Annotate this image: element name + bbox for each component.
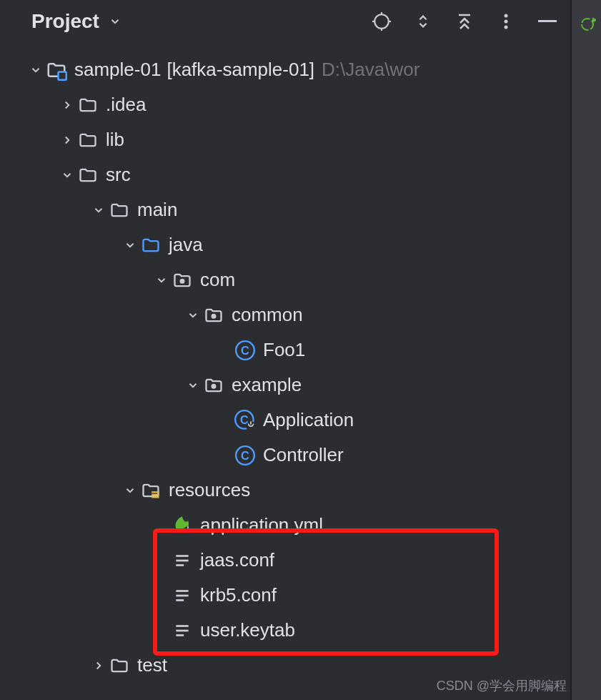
package-icon (203, 375, 224, 396)
tree-node-idea[interactable]: .idea (0, 87, 570, 122)
folder-icon (77, 129, 99, 151)
chevron-right-icon[interactable] (57, 99, 77, 112)
tree-node-application[interactable]: · C Application (0, 403, 570, 438)
svg-point-11 (181, 279, 184, 282)
class-icon: C (234, 340, 256, 361)
resources-folder-icon (140, 480, 162, 501)
node-label: com (200, 269, 235, 291)
locate-icon[interactable] (372, 11, 392, 31)
node-label: main (137, 199, 177, 221)
chevron-down-icon[interactable] (152, 274, 172, 287)
node-bracket: [[kafka-sample-01]kafka-sample-01] (167, 59, 314, 81)
minimize-icon[interactable] (537, 11, 557, 31)
node-label: krb5.conf (200, 584, 277, 606)
tree-node-jaas[interactable]: · jaas.conf (0, 543, 570, 578)
panel-header: Project (0, 0, 570, 44)
package-icon (203, 305, 224, 326)
node-label: example (232, 374, 302, 396)
panel-actions (372, 11, 557, 31)
node-label: Application (263, 409, 354, 431)
more-icon[interactable] (496, 11, 516, 31)
tree-node-src[interactable]: src (0, 157, 570, 192)
text-file-icon (172, 620, 193, 641)
tree-node-java[interactable]: java (0, 227, 570, 262)
spring-config-icon (172, 515, 193, 536)
chevron-right-icon[interactable] (57, 134, 77, 147)
svg-marker-36 (593, 19, 596, 21)
tree-node-foo1[interactable]: · C Foo1 (0, 332, 570, 368)
chevron-down-icon[interactable] (183, 309, 203, 322)
folder-icon (109, 199, 130, 221)
module-folder-icon (46, 59, 67, 81)
project-panel: Project (0, 0, 572, 700)
source-folder-icon (140, 235, 162, 256)
svg-point-0 (374, 14, 389, 29)
class-runnable-icon: C (234, 410, 256, 431)
svg-point-7 (505, 20, 508, 24)
project-tree: sample-01 [[kafka-sample-01]kafka-sample… (0, 44, 570, 691)
node-path: D:\Java\wor (322, 59, 419, 81)
chevron-down-icon[interactable] (183, 379, 203, 392)
class-icon: C (234, 445, 256, 466)
panel-title-dropdown[interactable]: Project (31, 10, 125, 33)
svg-point-12 (212, 314, 216, 317)
node-label: lib (106, 129, 124, 151)
svg-rect-9 (538, 20, 557, 22)
tree-node-main[interactable]: main (0, 192, 570, 227)
folder-icon (77, 94, 99, 116)
text-file-icon (172, 550, 193, 571)
chevron-down-icon[interactable] (26, 64, 46, 77)
collapse-all-icon[interactable] (455, 11, 475, 31)
run-gutter-icon[interactable] (579, 16, 596, 38)
svg-point-8 (505, 26, 508, 29)
node-label: application.yml (200, 514, 323, 536)
tree-node-root[interactable]: sample-01 [[kafka-sample-01]kafka-sample… (0, 52, 570, 87)
node-label: Controller (263, 444, 344, 466)
expand-collapse-icon[interactable] (413, 11, 433, 31)
node-label: .idea (106, 94, 146, 116)
chevron-right-icon[interactable] (89, 659, 109, 672)
node-label: resources (169, 479, 250, 501)
node-label: src (106, 164, 131, 186)
watermark: CSDN @学会用脚编程 (437, 677, 567, 694)
package-icon (172, 270, 193, 291)
tree-node-controller[interactable]: · C Controller (0, 438, 570, 473)
tree-node-lib[interactable]: lib (0, 122, 570, 157)
tree-node-keytab[interactable]: · user.keytab (0, 613, 570, 648)
svg-text:C: C (241, 343, 249, 356)
svg-rect-10 (59, 72, 66, 79)
node-label: jaas.conf (200, 549, 274, 571)
folder-icon (77, 164, 99, 186)
tree-node-resources[interactable]: resources (0, 473, 570, 508)
node-label: java (169, 234, 203, 256)
tree-node-krb5[interactable]: · krb5.conf (0, 578, 570, 613)
tree-node-appyml[interactable]: · application.yml (0, 508, 570, 543)
node-label: common (232, 304, 303, 326)
svg-text:C: C (241, 448, 249, 461)
panel-title: Project (31, 10, 99, 33)
chevron-down-icon[interactable] (120, 484, 140, 497)
tree-node-common[interactable]: common (0, 297, 570, 332)
chevron-down-icon[interactable] (89, 204, 109, 217)
text-file-icon (172, 585, 193, 606)
node-label: test (137, 654, 167, 676)
tree-node-com[interactable]: com (0, 262, 570, 297)
chevron-down-icon (105, 11, 125, 31)
node-label: Foo1 (263, 339, 305, 361)
node-label: sample-01 (74, 59, 161, 81)
tree-node-example[interactable]: example (0, 368, 570, 403)
node-label: user.keytab (200, 619, 295, 641)
svg-point-6 (505, 14, 508, 18)
chevron-down-icon[interactable] (120, 239, 140, 252)
svg-point-15 (212, 384, 216, 388)
editor-gutter (572, 0, 601, 700)
chevron-down-icon[interactable] (57, 169, 77, 182)
folder-icon (109, 655, 130, 676)
